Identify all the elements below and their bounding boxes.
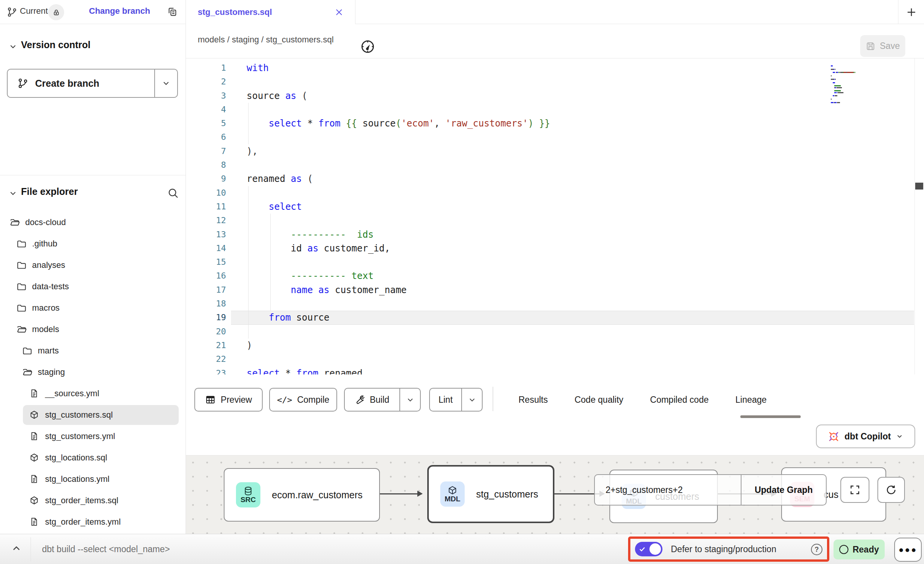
tab-stg-customers-sql[interactable]: stg_customers.sql — [186, 0, 355, 24]
fullscreen-button[interactable] — [840, 477, 869, 503]
tree-item-docs-cloud[interactable]: docs-cloud — [0, 212, 186, 233]
indent-guide — [248, 117, 249, 130]
status-circle-icon — [839, 545, 848, 554]
code-line-3: 3source as ( — [186, 89, 924, 103]
lint-button[interactable]: Lint — [429, 388, 483, 412]
tree-item-stg-customers-sql[interactable]: stg_customers.sql — [0, 404, 186, 426]
check-icon — [639, 546, 646, 553]
tree-item-stg-order-items-sql[interactable]: stg_order_items.sql — [0, 490, 186, 511]
collapse-panel-button[interactable] — [11, 543, 22, 554]
lineage-node-stg-customers[interactable]: MDL stg_customers — [427, 465, 554, 523]
tree-item-staging[interactable]: staging — [0, 361, 186, 383]
lint-dropdown[interactable] — [461, 389, 482, 411]
fullscreen-icon — [849, 484, 861, 496]
indent-guide — [270, 297, 271, 311]
indent-guide — [270, 214, 271, 227]
tree-item-models[interactable]: models — [0, 319, 186, 340]
help-icon[interactable]: ? — [811, 544, 822, 555]
create-branch-dropdown[interactable] — [154, 70, 177, 97]
folder-open-icon — [22, 367, 32, 378]
tree-item-analyses[interactable]: analyses — [0, 254, 186, 276]
results-tab-compiled-code[interactable]: Compiled code — [650, 395, 709, 405]
toggle-knob — [649, 543, 661, 555]
close-icon[interactable] — [334, 8, 344, 17]
tree-item-macros[interactable]: macros — [0, 297, 186, 319]
indent-guide — [270, 228, 271, 241]
line-number: 19 — [186, 311, 226, 324]
compile-label: Compile — [297, 395, 329, 405]
tree-item-marts[interactable]: marts — [0, 340, 186, 361]
search-icon[interactable] — [167, 187, 179, 199]
git-branch-icon — [7, 7, 17, 17]
change-branch-link[interactable]: Change branch — [89, 6, 150, 16]
code-editor[interactable]: 1with23source as (45 select * from {{ so… — [186, 58, 924, 374]
lineage-node-ecom-raw-customers[interactable]: SRC ecom.raw_customers — [224, 468, 380, 522]
lineage-edge — [380, 493, 422, 494]
indent-guide — [248, 228, 249, 241]
branch-readonly-button[interactable] — [48, 4, 64, 20]
chevron-down-icon — [406, 395, 415, 404]
sidebar: Current Change branch Version control Cr… — [0, 0, 186, 534]
tree-item-label: models — [32, 324, 59, 334]
minimap-line — [831, 71, 832, 72]
tree-item--sources-yml[interactable]: __sources.yml — [0, 383, 186, 404]
tree-item-stg-customers-yml[interactable]: stg_customers.yml — [0, 426, 186, 447]
tree-item-label: __sources.yml — [45, 389, 99, 399]
build-button[interactable]: Build — [344, 388, 421, 412]
indent-guide — [248, 283, 249, 297]
line-number: 3 — [186, 89, 226, 103]
save-label: Save — [880, 41, 900, 51]
save-icon — [866, 41, 876, 51]
lineage-selector-input[interactable]: 2+stg_customers+2 — [595, 475, 741, 505]
build-dropdown[interactable] — [399, 389, 420, 411]
scrollbar-thumb[interactable] — [915, 183, 923, 190]
tree-item-stg-locations-sql[interactable]: stg_locations.sql — [0, 447, 186, 468]
code-line-2: 2 — [186, 75, 924, 89]
results-tab-lineage[interactable]: Lineage — [735, 395, 767, 405]
lineage-panel[interactable]: SRC ecom.raw_customers MDL stg_customers… — [186, 455, 924, 534]
chevron-down-icon[interactable] — [8, 42, 18, 51]
chevron-down-icon[interactable] — [8, 189, 18, 198]
compile-button[interactable]: </> Compile — [269, 388, 337, 412]
results-tab-results[interactable]: Results — [519, 395, 548, 405]
refresh-button[interactable] — [877, 477, 905, 503]
tree-item-stg-locations-yml[interactable]: stg_locations.yml — [0, 468, 186, 490]
create-branch-button[interactable]: Create branch — [7, 69, 178, 98]
command-input[interactable]: dbt build --select <model_name> — [42, 534, 170, 564]
lock-icon — [53, 9, 60, 16]
save-button[interactable]: Save — [860, 35, 905, 57]
indent-guide — [248, 297, 249, 311]
dbt-copilot-button[interactable]: dbt Copilot — [816, 425, 915, 448]
tree-item-label: marts — [38, 346, 59, 356]
line-number: 5 — [186, 117, 226, 130]
more-options-button[interactable]: ●●● — [894, 538, 922, 562]
defer-toggle[interactable] — [635, 542, 662, 556]
wrench-icon — [355, 395, 365, 405]
tree-item--github[interactable]: .github — [0, 233, 186, 254]
file-doc-icon — [29, 431, 40, 442]
tree-item-label: analyses — [32, 260, 65, 270]
code-line-6: 6 — [186, 130, 924, 144]
tree-item-stg-order-items-yml[interactable]: stg_order_items.yml — [0, 511, 186, 533]
chevron-down-icon — [468, 395, 477, 404]
model-badge: MDL — [440, 481, 465, 507]
line-number: 10 — [186, 186, 226, 200]
results-tab-code-quality[interactable]: Code quality — [575, 395, 624, 405]
divider — [31, 537, 31, 561]
line-number: 6 — [186, 130, 226, 144]
minimap-line — [831, 83, 842, 84]
node-label: ecom.raw_customers — [272, 489, 363, 501]
indent-guide — [248, 130, 249, 144]
tree-item-data-tests[interactable]: data-tests — [0, 276, 186, 297]
new-tab-button[interactable] — [906, 6, 917, 18]
copy-icon[interactable] — [167, 6, 178, 17]
file-model-icon — [29, 496, 40, 506]
preview-button[interactable]: Preview — [194, 388, 263, 412]
model-health-icon[interactable] — [360, 39, 376, 55]
indent-guide — [248, 269, 249, 283]
tree-item-label: stg_customers.yml — [45, 431, 115, 441]
editor-minimap[interactable] — [831, 61, 884, 103]
update-graph-button[interactable]: Update Graph — [741, 475, 826, 505]
refresh-icon — [885, 484, 897, 496]
build-label: Build — [370, 395, 389, 405]
